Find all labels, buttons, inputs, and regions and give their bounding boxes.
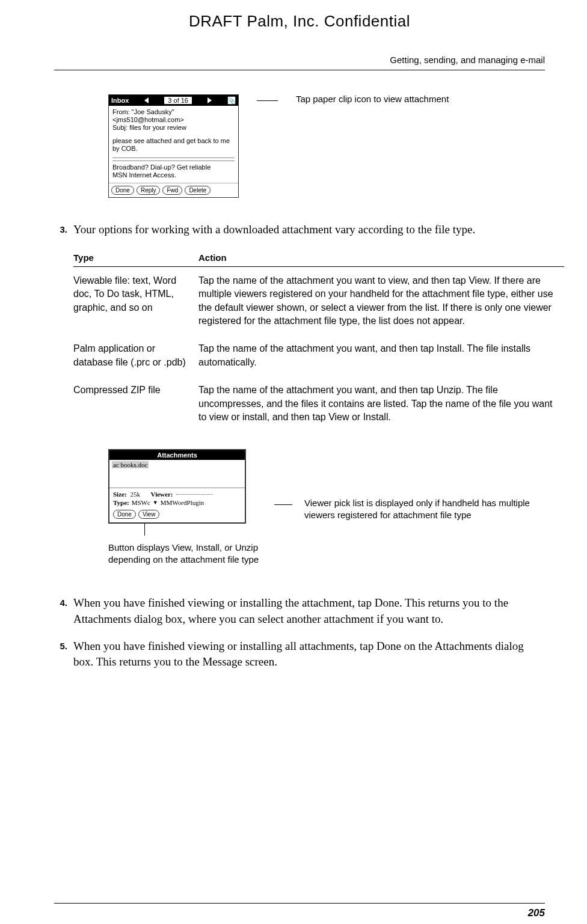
- size-label: Size:: [113, 491, 127, 498]
- step-number-5: 5.: [54, 638, 67, 670]
- subject-line: Subj: files for your review: [112, 124, 235, 132]
- step-number-4: 4.: [54, 595, 67, 627]
- divider: [112, 158, 235, 158]
- paperclip-icon[interactable]: 📎: [227, 96, 236, 105]
- plugin-name: MMWordPlugin: [161, 499, 204, 506]
- viewer-label: Viewer:: [151, 491, 173, 498]
- type-label: Type:: [113, 499, 129, 506]
- attachments-title: Attachments: [109, 450, 245, 460]
- viewer-picklist-callout: Viewer pick list is displayed only if ha…: [304, 497, 545, 521]
- table-row: Compressed ZIP file Tap the name of the …: [73, 376, 564, 431]
- step-3-text: Your options for working with a download…: [73, 222, 475, 238]
- footer-rule: [54, 903, 545, 904]
- draft-header: DRAFT Palm, Inc. Confidential: [54, 12, 545, 31]
- prev-arrow-icon: [144, 97, 149, 103]
- callout-connector: [274, 504, 292, 505]
- footer-text-2: MSN Internet Access.: [112, 171, 235, 179]
- viewer-field[interactable]: [176, 494, 212, 495]
- action-cell: Tap the name of the attachment you want,…: [198, 376, 564, 431]
- step-4-text: When you have finished viewing or instal…: [73, 595, 545, 627]
- footer-text-1: Broadband? Dial-up? Get reliable: [112, 164, 235, 171]
- fwd-button[interactable]: Fwd: [162, 186, 182, 195]
- col-header-action: Action: [198, 249, 564, 267]
- step-number-3: 3.: [54, 222, 67, 238]
- running-header: Getting, sending, and managing e-mail: [54, 55, 545, 70]
- paperclip-callout: Tap paper clip icon to view attachment: [296, 93, 449, 105]
- page-number: 205: [528, 907, 545, 919]
- reply-button[interactable]: Reply: [137, 186, 161, 195]
- action-cell: Tap the name of the attachment you want,…: [198, 335, 564, 376]
- delete-button[interactable]: Delete: [185, 186, 211, 195]
- inbox-screenshot: Inbox 3 of 16 📎 From: "Joe Sadusky" <jms…: [108, 94, 239, 198]
- view-button-callout: Button displays View, Install, or Unzip …: [108, 542, 262, 565]
- inbox-title: Inbox: [111, 97, 129, 104]
- type-cell: Palm application or database file (.prc …: [73, 335, 198, 376]
- attachment-actions-table: Type Action Viewable file: text, Word do…: [73, 249, 564, 432]
- message-body: please see attached and get back to me b…: [112, 137, 235, 153]
- table-row: Palm application or database file (.prc …: [73, 335, 564, 376]
- type-cell: Viewable file: text, Word doc, To Do tas…: [73, 266, 198, 335]
- step-5-text: When you have finished viewing or instal…: [73, 638, 545, 670]
- col-header-type: Type: [73, 249, 198, 267]
- attach-done-button[interactable]: Done: [113, 510, 136, 519]
- dropdown-icon[interactable]: ▼: [153, 500, 158, 506]
- next-arrow-icon: [207, 97, 212, 103]
- type-value: MSWc: [132, 499, 150, 506]
- divider: [112, 161, 235, 161]
- callout-connector: [257, 100, 278, 101]
- message-counter: 3 of 16: [164, 97, 192, 104]
- done-button[interactable]: Done: [111, 186, 134, 195]
- from-email: <jms510@hotmail.com>: [112, 116, 235, 124]
- action-cell: Tap the name of the attachment you want …: [198, 266, 564, 335]
- callout-connector-vertical: [144, 524, 262, 536]
- size-value: 25k: [131, 491, 141, 498]
- attachment-filename[interactable]: ac books.doc: [112, 461, 149, 468]
- from-line: From: "Joe Sadusky": [112, 108, 235, 116]
- table-row: Viewable file: text, Word doc, To Do tas…: [73, 266, 564, 335]
- attach-view-button[interactable]: View: [138, 510, 160, 519]
- attachments-screenshot: Attachments ac books.doc Size: 25k Viewe…: [108, 449, 246, 524]
- type-cell: Compressed ZIP file: [73, 376, 198, 431]
